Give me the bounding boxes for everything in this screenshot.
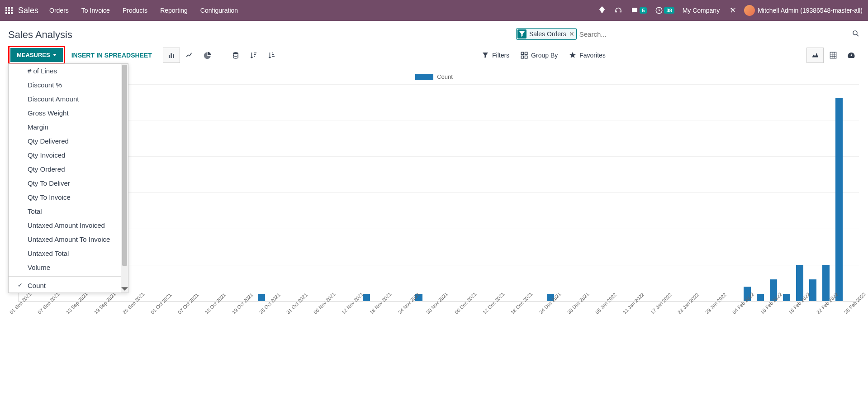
measure-option[interactable]: Gross Weight [9,106,121,120]
svg-rect-2 [169,55,170,58]
activities-icon[interactable]: 38 [655,6,674,14]
measures-button[interactable]: MEASURES [10,48,63,62]
nav-orders[interactable]: Orders [49,7,69,14]
apps-icon[interactable] [5,7,13,14]
svg-point-1 [853,31,857,35]
measure-option[interactable]: Total [9,204,121,218]
graph-view-icon[interactable] [806,48,824,63]
bar[interactable] [258,294,265,301]
svg-rect-3 [171,53,171,58]
measures-dropdown: # of LinesDiscount %Discount AmountGross… [8,63,128,293]
scrollbar-down-arrow[interactable] [121,285,128,293]
user-menu[interactable]: Mitchell Admin (19386548-master-all) [744,5,863,16]
measure-option[interactable]: Discount % [9,78,121,92]
measure-option[interactable]: Qty To Invoice [9,190,121,204]
chart-canvas: 123456 [18,84,859,302]
measure-option-count[interactable]: Count [9,278,121,293]
groupby-label: Group By [531,52,558,59]
legend-item[interactable]: Count [415,73,453,80]
measure-option[interactable]: Qty To Deliver [9,176,121,190]
favorites-label: Favorites [579,52,606,59]
user-name: Mitchell Admin (19386548-master-all) [758,7,863,14]
app-name[interactable]: Sales [18,6,38,15]
filters-label: Filters [492,52,509,59]
avatar [744,5,755,16]
messages-icon[interactable]: 5 [631,6,647,14]
sort-desc-icon[interactable] [245,48,262,63]
bar-chart-icon[interactable] [163,48,180,63]
settings-icon[interactable] [728,6,736,15]
measure-option[interactable]: Margin [9,120,121,134]
line-chart-icon[interactable] [181,48,198,63]
nav-to-invoice[interactable]: To Invoice [81,7,110,14]
measure-option[interactable]: Discount Amount [9,92,121,106]
page-title: Sales Analysis [8,29,72,41]
groupby-button[interactable]: Group By [520,51,558,59]
measure-option[interactable]: # of Lines [9,64,121,78]
topbar: Sales Orders To Invoice Products Reporti… [0,0,868,21]
bar[interactable] [822,265,830,301]
measure-option[interactable]: Qty Ordered [9,162,121,176]
search-area: Sales Orders ✕ [516,28,860,41]
nav-configuration[interactable]: Configuration [200,7,238,14]
pie-chart-icon[interactable] [199,48,216,63]
chart-area: Count 123456 01 Sep 202107 Sep 202113 Se… [0,69,868,341]
favorites-button[interactable]: Favorites [569,51,606,59]
measure-option[interactable]: Volume [9,260,121,274]
measure-option[interactable]: Qty Invoiced [9,148,121,162]
measure-option[interactable]: Untaxed Total [9,246,121,260]
filter-chip[interactable]: Sales Orders ✕ [516,28,577,40]
measure-option[interactable]: Untaxed Amount To Invoice [9,232,121,246]
activities-badge: 38 [664,7,674,14]
filter-chip-label: Sales Orders [529,30,566,38]
filters-button[interactable]: Filters [481,51,509,59]
measures-label: MEASURES [17,52,50,58]
filter-icon [517,29,526,38]
chart-legend: Count [9,73,859,82]
nav-links: Orders To Invoice Products Reporting Con… [49,7,238,14]
svg-rect-7 [525,52,527,54]
stacked-icon[interactable] [227,48,244,63]
nav-reporting[interactable]: Reporting [160,7,188,14]
pivot-view-icon[interactable] [825,48,842,63]
measure-option[interactable]: Untaxed Amount Invoiced [9,218,121,232]
highlight-annotation: MEASURES [8,46,65,64]
caret-down-icon [53,54,57,56]
svg-rect-4 [173,54,174,58]
company-name[interactable]: My Company [683,7,720,14]
support-icon[interactable] [614,6,622,15]
messages-badge: 5 [640,7,647,14]
insert-spreadsheet-button[interactable]: INSERT IN SPREADSHEET [71,52,152,59]
svg-point-5 [233,52,238,54]
legend-label: Count [437,73,453,80]
filter-chip-close[interactable]: ✕ [569,30,574,38]
measure-option[interactable]: Qty Delivered [9,134,121,148]
scrollbar-thumb[interactable] [122,65,127,266]
dashboard-view-icon[interactable] [843,48,860,63]
svg-rect-8 [521,56,523,58]
debug-icon[interactable] [598,6,606,15]
sort-asc-icon[interactable] [263,48,280,63]
search-input[interactable] [579,30,852,38]
bar[interactable] [835,98,843,301]
svg-rect-9 [525,56,527,58]
scrollbar[interactable] [121,64,128,293]
content-header: Sales Analysis Sales Orders ✕ [0,21,868,41]
nav-products[interactable]: Products [123,7,147,14]
search-icon[interactable] [852,29,860,39]
toolbar: MEASURES INSERT IN SPREADSHEET Filters G… [0,41,868,69]
legend-swatch [415,74,433,80]
svg-rect-6 [521,52,523,54]
svg-rect-10 [830,52,836,58]
